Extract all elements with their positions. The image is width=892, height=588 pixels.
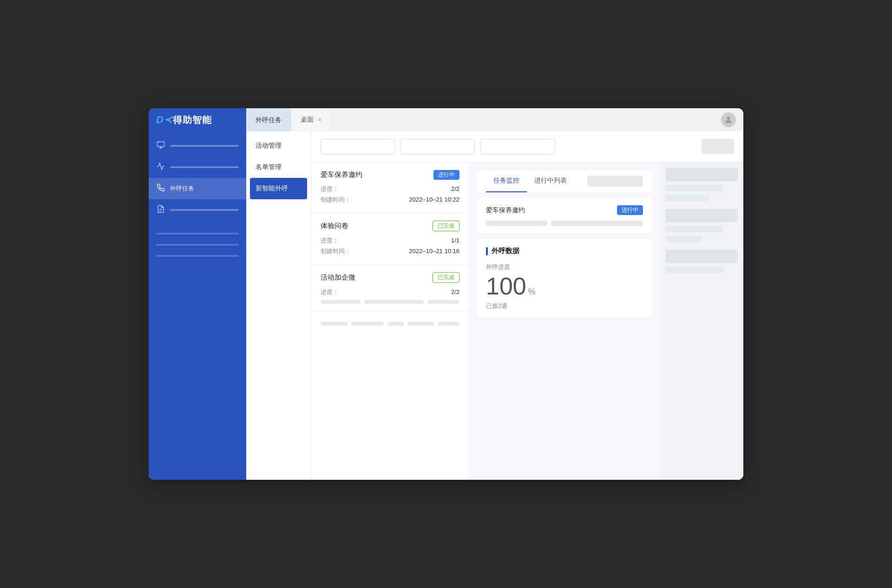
task-3-progress-value: 2/2 [451,287,459,297]
outbound-called-text: 已拨2通 [486,302,643,310]
logo-name: 得助智能 [173,114,212,126]
main-layout: 外呼任务 活动管理 [149,131,743,480]
task-3-meta-progress: 进度： 2/2 [321,287,459,297]
task-1-progress-label: 进度： [321,183,339,194]
outbound-progress-row: 100 % [486,274,643,298]
task-2-created-label: 创建时间： [321,246,351,256]
task-card-2-header: 体验问卷 已完成 [321,221,459,231]
sidebar-item-doc[interactable] [149,199,246,221]
content-body: 爱车保养邀约 进行中 进度： 2/2 创建时间： 2022–10–21 10:2… [311,163,743,480]
detail-task-name: 爱车保养邀约 [486,206,525,215]
sidebar-bar-5 [156,244,239,246]
submenu-item-list[interactable]: 名单管理 [246,157,311,178]
right-hint-bar-6 [666,236,702,242]
sidebar-item-monitor[interactable] [149,135,246,157]
outbound-progress-label: 外呼进度 [486,263,643,271]
sidebar-bar-4 [156,233,239,235]
submenu-item-smart-outbound[interactable]: 新智能外呼 [250,178,307,199]
tab-inprogress-list[interactable]: 进行中列表 [527,170,574,192]
task-3-name: 活动加企微 [321,273,355,282]
phone-icon [156,183,165,194]
right-hint-bar-7 [666,250,738,263]
detail-panel: 任务监控 进行中列表 爱车保养邀约 进行中 [469,163,660,480]
monitor-icon [156,141,165,151]
sidebar: 外呼任务 [149,131,246,480]
titlebar: D≺ 得助智能 外呼任务 桌面 × [149,108,743,131]
task-1-meta-progress: 进度： 2/2 [321,183,459,194]
detail-tab-bar: 任务监控 进行中列表 [477,170,652,192]
task-2-meta-created: 创建时间： 2022–10–21 10:16 [321,246,459,256]
sidebar-item-chart[interactable] [149,157,246,178]
detail-task-row: 爱车保养邀约 进行中 [486,205,643,215]
sidebar-bar-3 [170,209,239,211]
task-3-placeholder [321,300,459,304]
content-area: 爱车保养邀约 进行中 进度： 2/2 创建时间： 2022–10–21 10:2… [311,131,743,480]
tab-task-monitor-label: 任务监控 [493,176,519,185]
app-window: D≺ 得助智能 外呼任务 桌面 × [149,108,743,480]
task-card-1[interactable]: 爱车保养邀约 进行中 进度： 2/2 创建时间： 2022–10–21 10:2… [311,163,469,213]
task-card-2[interactable]: 体验问卷 已完成 进度： 1/1 创建时间： 2022–10–21 10:16 [311,213,469,265]
task-2-progress-value: 1/1 [451,235,459,246]
search-input-2[interactable] [400,139,475,155]
submenu-smart-outbound-label: 新智能外呼 [256,184,288,192]
sidebar-bar-1 [170,145,239,147]
tab-inprogress-list-label: 进行中列表 [534,176,567,185]
sidebar-item-outbound[interactable]: 外呼任务 [149,178,246,199]
submenu-activity-label: 活动管理 [256,142,282,149]
right-hint-bar-5 [666,226,723,232]
task-1-status-badge: 进行中 [433,170,459,180]
task-1-name: 爱车保养邀约 [321,170,362,179]
right-hint-bar-3 [666,195,709,202]
svg-rect-1 [157,142,164,147]
tab-outbound-label: 外呼任务 [256,116,282,124]
sidebar-item-outbound-label: 外呼任务 [170,184,194,193]
tab-task-monitor[interactable]: 任务监控 [486,170,527,192]
sidebar-bar-2 [170,166,239,168]
task-detail-card: 爱车保养邀约 进行中 [477,198,652,234]
task-3-progress-label: 进度： [321,287,339,297]
submenu-list-label: 名单管理 [256,163,282,170]
tab-desktop[interactable]: 桌面 × [291,108,331,131]
detail-task-status-badge: 进行中 [617,205,643,215]
task-list-bottom-placeholder [311,312,469,333]
right-hint-bar-2 [666,185,723,191]
titlebar-right [721,108,743,131]
sidebar-extra-1[interactable] [149,228,246,239]
task-1-created-value: 2022–10–21 10:22 [409,194,459,205]
task-card-3-header: 活动加企微 已完成 [321,272,459,283]
close-icon[interactable]: × [318,117,321,123]
submenu: 活动管理 名单管理 新智能外呼 [246,131,311,480]
submenu-item-activity[interactable]: 活动管理 [246,135,311,157]
search-input-3[interactable] [480,139,555,155]
outbound-progress-unit: % [528,287,536,297]
detail-card-bars [486,221,643,226]
task-2-meta-progress: 进度： 1/1 [321,235,459,246]
task-2-status-badge: 已完成 [433,221,459,231]
chart-icon [156,162,165,172]
right-hint-bar-4 [666,209,738,222]
action-button[interactable] [702,139,734,154]
tab-outbound[interactable]: 外呼任务 [246,108,291,131]
right-overflow-panel [660,163,743,480]
tab-desktop-label: 桌面 [301,116,314,124]
task-2-name: 体验问卷 [321,222,348,230]
sidebar-extra-3[interactable] [149,250,246,261]
task-3-status-badge: 已完成 [433,272,459,283]
task-list-panel: 爱车保养邀约 进行中 进度： 2/2 创建时间： 2022–10–21 10:2… [311,163,469,480]
outbound-progress-value: 100 [486,274,526,298]
task-1-meta-created: 创建时间： 2022–10–21 10:22 [321,194,459,205]
sidebar-extra-2[interactable] [149,239,246,250]
doc-icon [156,205,165,215]
user-avatar[interactable] [721,112,736,127]
task-2-progress-label: 进度： [321,235,339,246]
logo-area: D≺ 得助智能 [149,108,246,131]
task-1-created-label: 创建时间： [321,194,351,205]
svg-point-0 [727,117,730,120]
outbound-section-title: 外呼数据 [486,247,643,255]
outbound-section-title-text: 外呼数据 [492,247,519,255]
content-header [311,131,743,163]
blue-bar-icon [486,247,488,255]
right-hint-bar-1 [666,168,738,181]
search-input-1[interactable] [321,139,395,155]
task-card-3[interactable]: 活动加企微 已完成 进度： 2/2 [311,265,469,312]
